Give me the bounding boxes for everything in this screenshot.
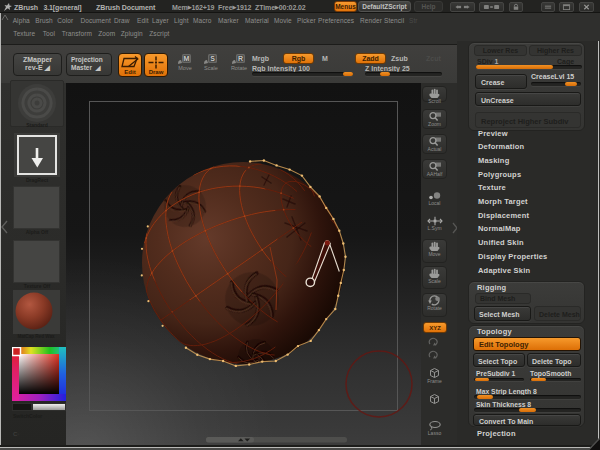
svg-text:R: R <box>238 55 243 62</box>
svg-text:S: S <box>210 55 215 62</box>
svg-text:M: M <box>184 55 190 62</box>
